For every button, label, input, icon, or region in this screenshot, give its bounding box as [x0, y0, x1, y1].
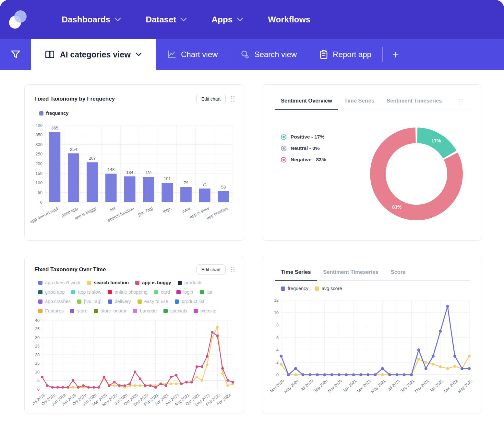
- plus-icon: +: [392, 48, 399, 61]
- sentiment-legend-item[interactable]: Negative - 83%: [281, 157, 326, 163]
- card-sentiment-overview: Sentiment Overview Time Series Sentiment…: [262, 84, 482, 241]
- legend-swatch: [194, 309, 198, 313]
- legend-item[interactable]: [No Tag]: [77, 299, 102, 304]
- legend-label: store: [77, 308, 87, 313]
- nav-dashboards[interactable]: Dashboards: [62, 15, 121, 25]
- tab-sentiment-overview[interactable]: Sentiment Overview: [275, 98, 338, 110]
- tab-time-series[interactable]: Time Series: [338, 98, 380, 110]
- legend-label: app doesn't work: [45, 280, 80, 285]
- legend-item[interactable]: good app: [38, 289, 65, 295]
- legend-item[interactable]: store: [70, 308, 87, 313]
- time-series-tabs: Time Series Sentiment Timeseries Score: [275, 269, 470, 281]
- chart-legend: app doesn't worksearch functionapp is bu…: [25, 280, 244, 318]
- legend-label: card: [161, 289, 170, 295]
- legend-item[interactable]: app crashes: [38, 299, 71, 304]
- legend-label: specials: [170, 308, 187, 313]
- card-time-series: Time Series Sentiment Timeseries Score f…: [262, 256, 482, 413]
- legend-item[interactable]: products: [178, 280, 203, 285]
- nav-apps[interactable]: Apps: [211, 15, 243, 25]
- legend-swatch: [71, 290, 75, 294]
- legend-item[interactable]: store locator: [94, 308, 126, 313]
- nav-workflows[interactable]: Workflows: [268, 15, 310, 25]
- edit-chart-button[interactable]: Edit chart: [196, 264, 226, 275]
- legend-label: [No Tag]: [84, 299, 102, 304]
- legend-swatch: [70, 309, 74, 313]
- book-icon: [45, 50, 55, 59]
- view-report-app-label: Report app: [333, 50, 371, 59]
- legend-item[interactable]: barcode: [133, 308, 157, 313]
- svg-text:Jul 2021: Jul 2021: [386, 379, 401, 392]
- svg-text:58: 58: [221, 185, 226, 189]
- svg-text:Sep 2021: Sep 2021: [399, 379, 415, 394]
- view-report-app[interactable]: Report app: [308, 39, 382, 70]
- active-view-tab[interactable]: AI categories view: [31, 39, 156, 70]
- add-view-button[interactable]: +: [383, 39, 409, 70]
- main-nav: Dashboards Dataset Apps Workflows: [62, 15, 310, 25]
- tab-sentiment-timeseries[interactable]: Sentiment Timeseries: [317, 269, 384, 281]
- legend-label: delivery: [115, 299, 131, 304]
- legend-item[interactable]: list: [200, 289, 212, 295]
- card-taxonomy-over-time: Fixed Taxonomy Over Time Edit chart app …: [24, 256, 244, 413]
- legend-label: good app: [45, 289, 65, 295]
- legend-swatch: [77, 299, 81, 304]
- tab-score[interactable]: Score: [385, 269, 412, 281]
- drag-handle[interactable]: [231, 96, 235, 102]
- legend-item[interactable]: easy to use: [138, 299, 168, 304]
- legend-item[interactable]: avg score: [315, 286, 342, 291]
- view-search-view-label: Search view: [254, 50, 297, 59]
- svg-text:5: 5: [37, 378, 40, 383]
- view-chart-view[interactable]: Chart view: [156, 39, 229, 70]
- legend-label: app is buggy: [142, 280, 171, 285]
- svg-text:Jul 2020: Jul 2020: [300, 379, 314, 392]
- top-navbar: Dashboards Dataset Apps Workflows: [0, 0, 504, 39]
- app-logo[interactable]: [9, 10, 27, 29]
- sentiment-legend-label: Negative - 83%: [291, 157, 326, 163]
- legend-item[interactable]: card: [154, 289, 170, 295]
- view-chart-view-label: Chart view: [181, 50, 218, 59]
- legend-item[interactable]: online shopping: [108, 289, 148, 295]
- clipboard-icon: [319, 50, 328, 59]
- svg-text:8: 8: [276, 323, 279, 327]
- nav-dataset[interactable]: Dataset: [146, 15, 187, 25]
- card-taxonomy-frequency: Fixed Taxonomy by Frequency Edit chart f…: [24, 84, 244, 241]
- tab-sentiment-timeseries[interactable]: Sentiment Timeseries: [380, 98, 448, 110]
- svg-text:79: 79: [184, 180, 188, 185]
- sentiment-legend-item[interactable]: Positive - 17%: [281, 134, 326, 140]
- chevron-down-icon: [114, 18, 121, 22]
- chevron-down-icon: [136, 53, 142, 56]
- legend-item[interactable]: search function: [87, 280, 129, 285]
- sentiment-legend: Positive - 17%Neutral - 0%Negative - 83%: [281, 134, 326, 163]
- legend-item[interactable]: app is buggy: [135, 280, 171, 285]
- legend-item[interactable]: frequency: [281, 286, 308, 291]
- legend-label: barcode: [140, 308, 157, 313]
- legend-item[interactable]: product list: [175, 299, 204, 304]
- legend-item[interactable]: app doesn't work: [38, 280, 80, 285]
- svg-text:6: 6: [276, 336, 279, 340]
- legend-item[interactable]: frequency: [39, 111, 68, 116]
- svg-text:71: 71: [202, 182, 207, 187]
- svg-text:card: card: [182, 206, 191, 214]
- view-tab-bar: AI categories view Chart view Search vie…: [0, 39, 504, 70]
- legend-item[interactable]: delivery: [108, 299, 131, 304]
- svg-text:207: 207: [89, 156, 96, 161]
- svg-text:4: 4: [276, 348, 279, 352]
- legend-item[interactable]: website: [194, 308, 216, 313]
- legend-swatch: [175, 299, 179, 304]
- legend-item[interactable]: specials: [163, 308, 187, 313]
- svg-text:20: 20: [35, 353, 40, 357]
- legend-item[interactable]: login: [176, 289, 193, 295]
- legend-swatch: [38, 281, 42, 285]
- view-search-view[interactable]: Search view: [229, 39, 308, 70]
- tab-time-series[interactable]: Time Series: [275, 269, 317, 281]
- card-header: Fixed Taxonomy Over Time Edit chart: [25, 256, 244, 275]
- edit-chart-button[interactable]: Edit chart: [196, 94, 226, 104]
- legend-item[interactable]: app is slow: [71, 289, 101, 295]
- legend-swatch: [176, 290, 181, 294]
- chevron-down-icon: [237, 18, 243, 22]
- drag-handle[interactable]: [231, 267, 235, 273]
- legend-item[interactable]: Features: [38, 308, 64, 313]
- filter-button[interactable]: [0, 39, 31, 70]
- ring-icon: [281, 146, 286, 151]
- sentiment-legend-item[interactable]: Neutral - 0%: [281, 145, 326, 151]
- drag-handle[interactable]: [459, 99, 463, 105]
